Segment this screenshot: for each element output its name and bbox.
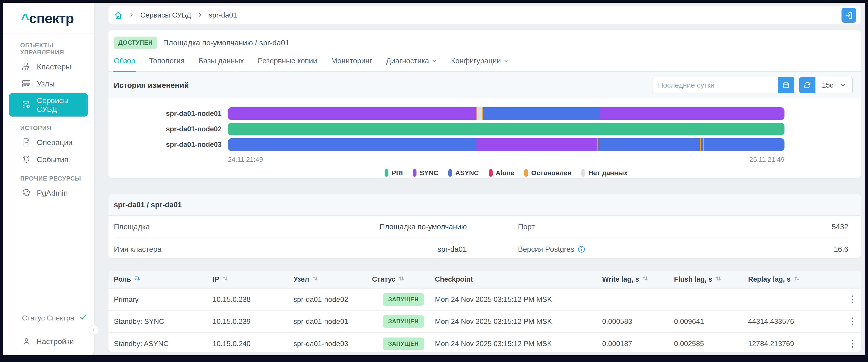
legend-item: Остановлен: [524, 169, 571, 177]
detail-row-port: Порт 5432: [518, 216, 848, 238]
tab-configurations[interactable]: Конфигурации: [451, 57, 509, 71]
document-icon: [22, 138, 31, 147]
replicas-table-card: Роль IP Узел Статус Checkpoint: [108, 271, 861, 352]
refresh-group: 15с: [799, 77, 853, 93]
cell-ip: 10.15.0.239: [213, 317, 293, 326]
refresh-interval-value: 15с: [822, 81, 833, 89]
detail-row-postgres-version: Версия Postgres 16.6: [518, 238, 848, 258]
legend-item: SYNC: [413, 169, 438, 177]
detail-row-cluster-name: Имя кластера spr-da01: [114, 238, 467, 258]
chevron-down-icon: [503, 58, 509, 64]
breadcrumb: Сервисы СУБД spr-da01: [108, 6, 861, 25]
column-header-status[interactable]: Статус: [372, 275, 435, 283]
row-actions-menu[interactable]: [849, 293, 856, 306]
cluster-section-title: spr-da01 / spr-da01: [108, 194, 861, 216]
column-header-ip[interactable]: IP: [213, 275, 293, 283]
date-range-input[interactable]: [652, 77, 778, 93]
sidebar-item-events[interactable]: События: [9, 152, 88, 167]
details-grid: Площадка Площадка по-умолчанию Порт 5432…: [108, 216, 861, 258]
sidebar-collapse-button[interactable]: [89, 325, 99, 335]
column-header-role[interactable]: Роль: [114, 275, 213, 283]
cell-flush-lag: 0.002585: [674, 339, 748, 348]
sidebar-item-label: Узлы: [37, 80, 55, 88]
timeline-segment[interactable]: [477, 107, 482, 120]
spektr-status[interactable]: Статус Спектра: [3, 313, 94, 330]
timeline-segment[interactable]: [228, 123, 784, 135]
column-header-flush-lag[interactable]: Flush lag, s: [674, 275, 748, 283]
row-actions-menu[interactable]: [849, 315, 856, 328]
sidebar-item-db-services[interactable]: Сервисы СУБД: [9, 93, 88, 117]
sidebar-item-label: PgAdmin: [37, 189, 68, 198]
tab-monitoring[interactable]: Мониторинг: [331, 57, 372, 71]
refresh-button[interactable]: [799, 77, 815, 93]
tab-topology[interactable]: Топология: [149, 57, 185, 71]
tab-diagnostics[interactable]: Диагностика: [386, 57, 437, 71]
cluster-details-card: spr-da01 / spr-da01 Площадка Площадка по…: [108, 194, 861, 258]
cell-replay-lag: 44314.433576: [748, 317, 842, 326]
cell-role: Standby: ASYNC: [114, 339, 213, 348]
timeline-segment[interactable]: [228, 107, 476, 120]
legend-swatch: [489, 169, 493, 177]
db-services-icon: [22, 100, 31, 110]
sidebar-nav: ОБЪЕКТЫ УПРАВЛЕНИЯ Кластеры Узлы Сервисы…: [3, 33, 94, 202]
overview-card: ДОСТУПЕН Площадка по-умолчанию / spr-da0…: [108, 30, 861, 178]
cell-replay-lag: 12784.213769: [748, 339, 842, 348]
sort-active-icon: [134, 275, 141, 283]
tab-overview[interactable]: Обзор: [114, 57, 135, 71]
column-header-node[interactable]: Узел: [293, 275, 372, 283]
breadcrumb-item-current: spr-da01: [209, 11, 237, 19]
legend-item: Alone: [489, 169, 515, 177]
breadcrumb-item-services[interactable]: Сервисы СУБД: [140, 11, 191, 19]
legend-label: ASYNC: [455, 169, 479, 177]
column-header-checkpoint: Checkpoint: [435, 275, 602, 283]
row-actions-menu[interactable]: [849, 337, 856, 350]
sidebar-item-pgadmin[interactable]: PgAdmin: [9, 185, 88, 201]
timeline-segment[interactable]: [483, 107, 599, 120]
calendar-button[interactable]: [778, 77, 794, 93]
service-header: ДОСТУПЕН Площадка по-умолчанию / spr-da0…: [108, 30, 861, 54]
timeline-legend: PRISYNCASYNCAloneОстановленНет данных: [228, 163, 784, 177]
cell-write-lag: 0.000187: [602, 339, 674, 348]
logo[interactable]: ^спектр: [3, 3, 94, 33]
timeline-bar[interactable]: [228, 138, 784, 151]
calendar-icon: [782, 81, 790, 89]
tab-backups[interactable]: Резервные копии: [258, 57, 317, 71]
cell-node: spr-da01-node01: [293, 317, 372, 326]
timeline-segment[interactable]: [228, 138, 476, 151]
legend-label: Нет данных: [588, 169, 627, 177]
detail-value: 5432: [832, 222, 848, 231]
breadcrumb-separator-icon: [129, 11, 134, 20]
page-title: Площадка по-умолчанию / spr-da01: [163, 38, 289, 47]
legend-swatch: [384, 169, 389, 177]
sidebar-item-nodes[interactable]: Узлы: [9, 76, 88, 91]
sort-icon: [794, 275, 800, 283]
cell-checkpoint: Mon 24 Nov 2025 03:15:12 PM MSK: [435, 317, 602, 326]
sidebar-item-settings[interactable]: Настройки: [3, 330, 94, 355]
column-header-write-lag[interactable]: Write lag, s: [602, 275, 674, 283]
pgadmin-icon: [22, 188, 31, 198]
sort-icon: [642, 275, 649, 283]
sidebar-bottom-divider: [3, 330, 94, 330]
sidebar-item-clusters[interactable]: Кластеры: [9, 59, 88, 74]
cluster-icon: [22, 62, 31, 71]
timeline-segment[interactable]: [476, 138, 597, 151]
timeline-segment[interactable]: [704, 138, 784, 151]
sidebar-item-label: Операции: [37, 138, 72, 147]
home-icon[interactable]: [114, 11, 123, 20]
timeline-segment[interactable]: [599, 107, 784, 120]
timeline-bar[interactable]: [228, 123, 784, 135]
status-badge-running: ЗАПУЩЕН: [383, 315, 424, 328]
column-header-replay-lag[interactable]: Replay lag, s: [748, 275, 842, 283]
refresh-interval-select[interactable]: 15с: [815, 77, 852, 93]
timeline-bar[interactable]: [228, 107, 784, 120]
refresh-icon: [803, 81, 811, 89]
sidebar-item-operations[interactable]: Операции: [9, 135, 88, 150]
timeline-segment[interactable]: [701, 138, 703, 151]
tab-bar: Обзор Топология Базы данных Резервные ко…: [108, 54, 861, 72]
cell-role: Primary: [114, 295, 213, 304]
breadcrumb-separator-icon: [197, 11, 203, 20]
tab-databases[interactable]: Базы данных: [198, 57, 244, 71]
info-icon[interactable]: [578, 245, 586, 253]
timeline-segment[interactable]: [598, 138, 700, 151]
login-button[interactable]: [841, 8, 856, 23]
